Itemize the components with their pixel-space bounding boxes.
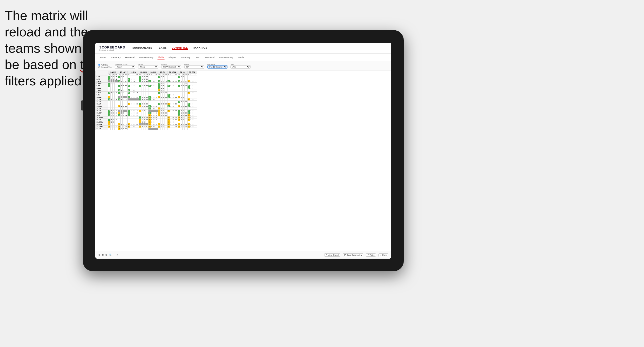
table-row: 15. UF 010 100: [96, 107, 197, 110]
view-original-button[interactable]: 👁 View: Original: [324, 253, 340, 257]
team-select[interactable]: (All): [230, 65, 251, 69]
region-select[interactable]: N/A: [184, 65, 204, 69]
matrix-content[interactable]: 3. ASU 10. UW 11. UA 22. UCB 24. UO 27. …: [95, 71, 391, 251]
nav-tournaments[interactable]: TOURNAMENTS: [131, 46, 152, 50]
table-row: 16. UO 21014 1201 110 100 11011 110 100: [96, 110, 197, 112]
save-custom-button[interactable]: 💾 Save Custom View: [343, 253, 363, 257]
table-row: 10. UW 13011 30032 04173 25066 12053 145: [96, 96, 197, 98]
sub-nav-detail[interactable]: Detail: [194, 55, 201, 60]
table-row: 3. ASU 04080 50120 20048 010 01052 60016…: [96, 80, 197, 83]
sub-nav-players-matrix[interactable]: Matrix: [237, 55, 245, 60]
sub-nav-matrix[interactable]: Matrix: [157, 55, 165, 60]
sub-nav-h2h-heatmap[interactable]: H2H Heatmap: [139, 55, 154, 60]
col-header-osu: 57. OSU: [187, 71, 197, 74]
table-row: 23. UNM 20023 20025 010 0010 100 100 011…: [96, 126, 197, 128]
table-row: 20. UG 110-34 01022 10040 01019 010 100: [96, 119, 197, 121]
col-header-ua: 11. UA: [128, 71, 139, 74]
division-filter: Division NCAA Division I: [161, 64, 181, 69]
table-row: 13. UT 02038 12028 22012 01038 010: [96, 103, 197, 105]
max-teams-label: Max teams in view: [115, 64, 135, 65]
logo-title: SCOREBOARD: [99, 45, 125, 49]
logo-area: SCOREBOARD Powered by clippd: [99, 45, 125, 51]
division-select[interactable]: NCAA Division I: [161, 65, 181, 69]
nav-teams[interactable]: TEAMS: [157, 46, 167, 50]
gender-select[interactable]: Men's: [138, 65, 158, 69]
col-header-uo: 24. UO: [148, 71, 158, 74]
division-label: Division: [161, 64, 181, 65]
col-header-su: 27. SU: [158, 71, 168, 74]
col-header-uu: 54. UU: [178, 71, 187, 74]
clock-icon[interactable]: ⏱: [116, 254, 119, 256]
col-header-ucla: 31. UCLA: [168, 71, 178, 74]
gender-label: Gender: [138, 64, 158, 65]
toolbar-right: 👁 View: Original 💾 Save Custom View 👁 Wa…: [324, 253, 388, 257]
sub-nav-players-summary[interactable]: Summary: [180, 55, 191, 60]
eye-icon: 👁: [326, 254, 328, 256]
table-row: 5. UT 14035 010 01022 100 110 200 11040 …: [96, 85, 197, 87]
matrix-table: 3. ASU 10. UW 11. UA 22. UCB 24. UO 27. …: [95, 71, 197, 130]
refresh-icon[interactable]: ⟳: [105, 254, 107, 256]
table-row: 7. UM 010 010 010: [96, 89, 197, 92]
conference-filter: Conference Pac-12 Conference: [207, 64, 227, 69]
tablet-side-button: [81, 100, 83, 110]
teams-header: [96, 71, 108, 76]
sub-nav: Teams Summary H2H Grid H2H Heatmap Matri…: [95, 54, 391, 61]
sub-nav-teams[interactable]: Teams: [99, 55, 107, 60]
sub-nav-summary[interactable]: Summary: [111, 55, 121, 60]
zoom-out-icon[interactable]: 🔍: [109, 254, 112, 256]
conference-select[interactable]: Pac-12 Conference: [207, 65, 227, 69]
table-row: 14. TTU 21122 02038 12028 208 02029 300: [96, 105, 197, 107]
table-row: 22. UCB 1303 03044 01012 100 20364 13044…: [96, 123, 197, 126]
tablet-device: SCOREBOARD Powered by clippd TOURNAMENTS…: [83, 30, 404, 271]
nav-bar: SCOREBOARD Powered by clippd TOURNAMENTS…: [95, 43, 391, 54]
table-row: 18. U 20011 10011 11011 10010 10010 0101…: [96, 114, 197, 117]
undo-icon[interactable]: ↺: [98, 254, 100, 256]
col-header-ucb: 22. UCB: [139, 71, 148, 74]
table-row: 1. AU 12025 100 20027 010 010: [96, 76, 197, 78]
watch-button[interactable]: 👁 Watch: [366, 253, 376, 257]
col-header-uw: 10. UW: [118, 71, 128, 74]
watch-icon: 👁: [367, 254, 369, 256]
toolbar-left: ↺ ↻ ⟳ 🔍 + ⏱: [98, 254, 119, 256]
table-row: 24. UO 02029: [96, 128, 197, 130]
nav-items: TOURNAMENTS TEAMS COMMITTEE RANKINGS: [131, 46, 207, 50]
sub-nav-h2h-grid[interactable]: H2H Grid: [125, 55, 135, 60]
zoom-in-icon[interactable]: +: [113, 254, 115, 256]
share-icon: ↗: [380, 254, 381, 256]
table-row: 8. UAF 01014 120 01015 11011 010: [96, 92, 197, 94]
table-row: 11. UA 01010 01018 34010 010 010: [96, 98, 197, 101]
table-row: 2. VU 12012 200 01025: [96, 78, 197, 80]
region-label: Region: [184, 64, 204, 65]
gender-filter: Gender Men's: [138, 64, 158, 69]
max-teams-filter: Max teams in view Top 25: [115, 64, 135, 69]
sub-nav-players-h2h-grid[interactable]: H2H Grid: [205, 55, 215, 60]
table-row: 19. TAMU 10023 10040 01019 010 100: [96, 117, 197, 119]
bottom-toolbar: ↺ ↻ ⟳ 🔍 + ⏱ 👁 View: Original 💾 Save Cust…: [95, 251, 391, 259]
logo-subtitle: Powered by clippd: [99, 49, 125, 51]
sub-nav-players-h2h-heatmap[interactable]: H2H Heatmap: [218, 55, 234, 60]
save-icon: 💾: [344, 254, 347, 256]
compact-view-radio[interactable]: Compact View: [98, 66, 112, 68]
col-header-asu: 3. ASU: [108, 71, 118, 74]
table-row: 21. ETSU 010 130 010 010: [96, 121, 197, 123]
filter-bar: Full View Compact View Max teams in view…: [95, 61, 391, 71]
table-row: 6. FSU 010 010: [96, 87, 197, 89]
table-row: 12. UV 01015: [96, 101, 197, 103]
table-row: 17. GIT 10011 1100 11011 10010 10010 010…: [96, 112, 197, 114]
table-row: 9. UA 010: [96, 94, 197, 96]
redo-icon[interactable]: ↻: [102, 254, 104, 256]
tablet-screen: SCOREBOARD Powered by clippd TOURNAMENTS…: [95, 43, 391, 259]
sub-nav-players[interactable]: Players: [168, 55, 177, 60]
conference-label: Conference: [207, 64, 227, 65]
team-label: Team: [230, 64, 251, 65]
team-filter: Team (All): [230, 64, 251, 69]
max-teams-select[interactable]: Top 25: [115, 65, 135, 69]
view-radio-group: Full View Compact View: [98, 64, 112, 68]
table-row: 4. UNC 100 010 29: [96, 83, 197, 85]
region-filter: Region N/A: [184, 64, 204, 69]
share-button[interactable]: ↗ Share: [378, 253, 388, 257]
nav-rankings[interactable]: RANKINGS: [193, 46, 207, 50]
full-view-radio[interactable]: Full View: [98, 64, 112, 66]
nav-committee[interactable]: COMMITTEE: [172, 46, 188, 50]
